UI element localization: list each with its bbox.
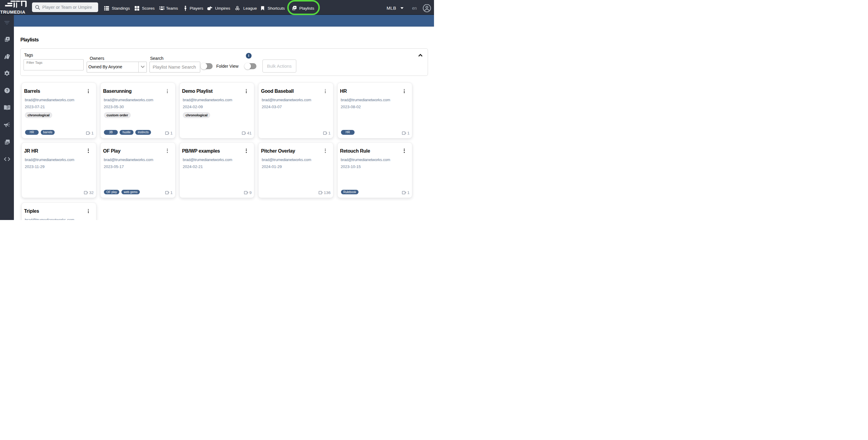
svg-text:?: ? [6,89,8,93]
